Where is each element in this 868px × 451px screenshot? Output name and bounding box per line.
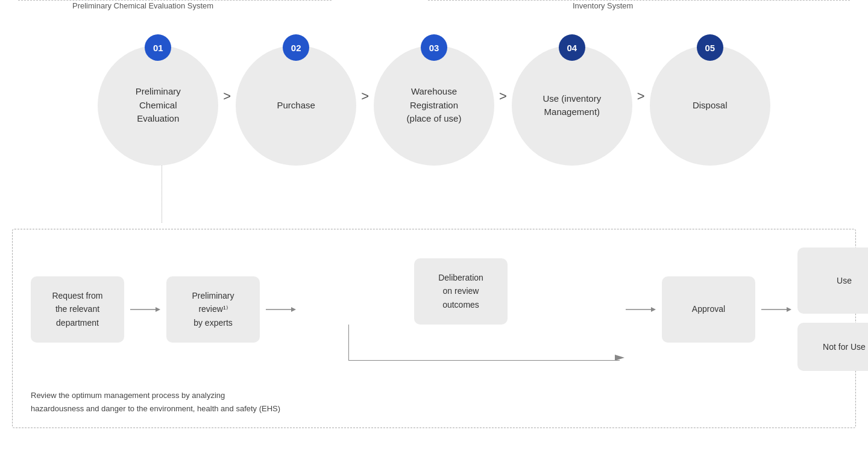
system-label-right: Inventory System	[573, 1, 633, 10]
arrow-4: >	[637, 89, 645, 104]
step-02-number: 02	[283, 34, 309, 61]
svg-marker-4	[615, 355, 624, 361]
step-04-number: 04	[559, 34, 585, 61]
step-02-label: Purchase	[271, 99, 321, 113]
step-03: 03 Warehouse Registration (place of use)	[374, 45, 494, 166]
arrow-2: >	[361, 89, 369, 104]
flow-box-approval: Approval	[662, 276, 755, 343]
step-01-label: Preliminary Chemical Evaluation	[130, 85, 187, 126]
right-column: Use Not for Use	[797, 247, 868, 371]
step-01-circle: 01 Preliminary Chemical Evaluation	[98, 45, 218, 166]
flow-box-not-for-use: Not for Use	[797, 323, 868, 371]
flow-box-use: Use	[797, 247, 868, 314]
arrow-3: >	[499, 89, 507, 104]
step-05-circle: 05 Disposal	[650, 45, 770, 166]
svg-marker-3	[291, 307, 296, 312]
svg-marker-6	[651, 307, 656, 312]
step-03-label: Warehouse Registration (place of use)	[401, 85, 468, 126]
step-03-circle: 03 Warehouse Registration (place of use)	[374, 45, 494, 166]
step-04-label: Use (inventory Management)	[537, 92, 608, 119]
flow-arrow-4	[761, 305, 791, 314]
bottom-note: Review the optimum management process by…	[31, 389, 868, 415]
top-section: Preliminary Chemical Evaluation System I…	[0, 0, 868, 229]
flow-arrow-1	[130, 305, 160, 314]
step-05-label: Disposal	[687, 99, 734, 113]
step-04-circle: 04 Use (inventory Management)	[512, 45, 632, 166]
svg-marker-1	[156, 307, 160, 312]
flow-arrow-3	[626, 305, 656, 314]
arrow-1: >	[223, 89, 231, 104]
step-02: 02 Purchase	[236, 45, 356, 166]
flow-arrow-2	[266, 305, 296, 314]
main-container: Preliminary Chemical Evaluation System I…	[0, 0, 868, 451]
flow-box-preliminary: Preliminary review¹⁾ by experts	[166, 276, 260, 343]
step-04: 04 Use (inventory Management)	[512, 45, 632, 166]
system-label-left: Preliminary Chemical Evaluation System	[72, 1, 213, 10]
step-03-number: 03	[421, 34, 447, 61]
step-05-number: 05	[697, 34, 723, 61]
bottom-section: Request from the relevant department Pre…	[12, 229, 856, 428]
svg-marker-8	[787, 307, 791, 312]
flow-box-request: Request from the relevant department	[31, 276, 124, 343]
step-01-number: 01	[145, 34, 171, 61]
step-05: 05 Disposal	[650, 45, 770, 166]
step-02-circle: 02 Purchase	[236, 45, 356, 166]
deliberation-column: Deliberation on review outcomes	[302, 258, 620, 361]
flow-box-deliberation: Deliberation on review outcomes	[414, 258, 508, 325]
step-01: 01 Preliminary Chemical Evaluation	[98, 45, 218, 166]
steps-row: 01 Preliminary Chemical Evaluation > 02 …	[18, 6, 850, 166]
